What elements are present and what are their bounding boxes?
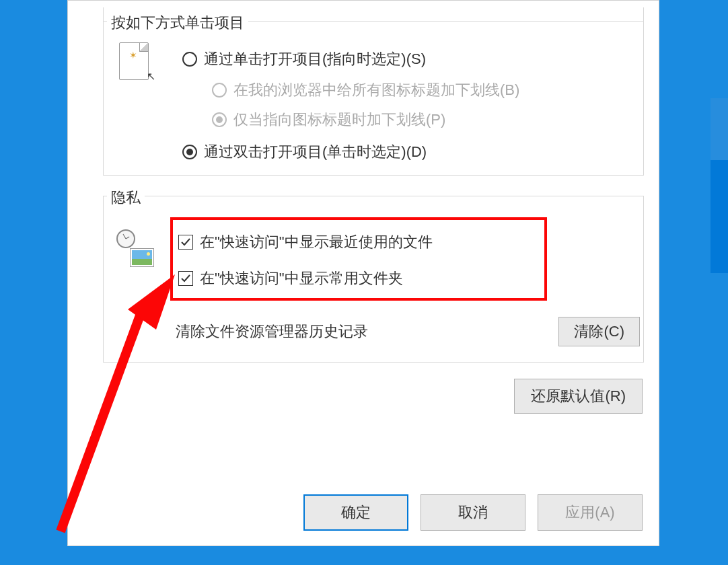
privacy-group-label: 隐私 — [107, 188, 145, 208]
checkbox-frequent-folders[interactable]: 在"快速访问"中显示常用文件夹 — [178, 268, 403, 289]
radio-icon — [182, 52, 197, 67]
radio-underline-hover: 仅当指向图标标题时加下划线(P) — [212, 110, 445, 130]
radio-label: 仅当指向图标标题时加下划线(P) — [233, 110, 445, 130]
radio-label: 在我的浏览器中给所有图标标题加下划线(B) — [233, 80, 519, 100]
radio-label: 通过单击打开项目(指向时选定)(S) — [204, 49, 426, 69]
checkbox-label: 在"快速访问"中显示常用文件夹 — [200, 268, 403, 289]
restore-defaults-button[interactable]: 还原默认值(R) — [514, 379, 643, 414]
clear-history-row: 清除文件资源管理器历史记录 清除(C) — [176, 317, 640, 346]
radio-icon — [212, 112, 227, 127]
document-click-icon: ✶ ↖ — [119, 42, 153, 81]
folder-options-dialog: 按如下方式单击项目 ✶ ↖ 通过单击打开项目(指向时选定)(S) 在我的浏览器中… — [67, 0, 659, 546]
click-group-label: 按如下方式单击项目 — [107, 13, 248, 33]
cancel-button[interactable]: 取消 — [421, 494, 525, 531]
checkbox-icon — [178, 271, 193, 286]
radio-label: 通过双击打开项目(单击时选定)(D) — [204, 142, 427, 162]
radio-icon — [182, 145, 197, 159]
desktop-accent — [711, 98, 728, 273]
dialog-button-row: 确定 取消 应用(A) — [303, 494, 643, 531]
privacy-icon — [116, 229, 154, 267]
checkbox-label: 在"快速访问"中显示最近使用的文件 — [200, 232, 433, 252]
checkbox-recent-files[interactable]: 在"快速访问"中显示最近使用的文件 — [178, 232, 433, 252]
radio-double-click[interactable]: 通过双击打开项目(单击时选定)(D) — [182, 142, 427, 162]
clear-history-label: 清除文件资源管理器历史记录 — [176, 322, 368, 342]
radio-single-click[interactable]: 通过单击打开项目(指向时选定)(S) — [182, 49, 426, 69]
radio-underline-all: 在我的浏览器中给所有图标标题加下划线(B) — [212, 80, 519, 100]
clear-button[interactable]: 清除(C) — [558, 317, 640, 346]
ok-button[interactable]: 确定 — [303, 494, 408, 531]
radio-icon — [212, 83, 227, 98]
checkbox-icon — [178, 235, 193, 250]
apply-button[interactable]: 应用(A) — [538, 494, 643, 531]
